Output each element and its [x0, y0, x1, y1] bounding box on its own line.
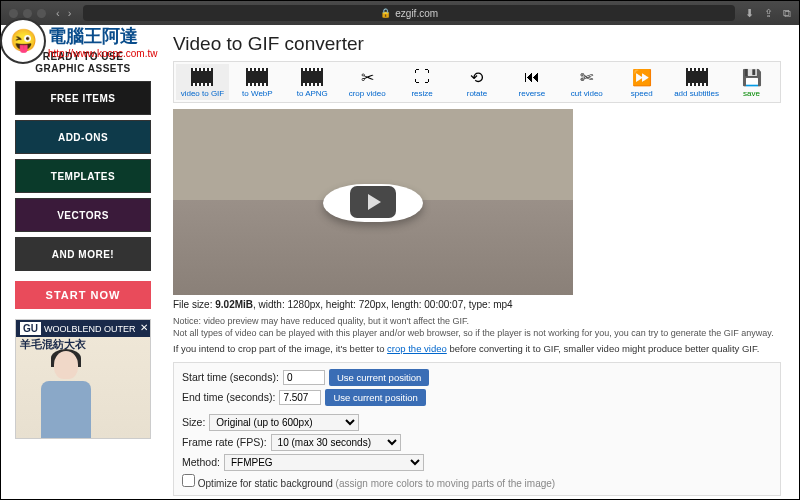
watermark-url: http://www.kocpc.com.tw [48, 48, 157, 59]
tab-crop[interactable]: ✂crop video [341, 64, 394, 100]
tab-reverse[interactable]: ⏮reverse [505, 64, 558, 100]
film-icon [245, 66, 269, 88]
optimize-checkbox[interactable] [182, 474, 195, 487]
tab-save[interactable]: 💾save [725, 64, 778, 100]
use-position-start-button[interactable]: Use current position [329, 369, 429, 386]
use-position-end-button[interactable]: Use current position [325, 389, 425, 406]
end-time-input[interactable] [279, 390, 321, 405]
tab-cut[interactable]: ✄cut video [560, 64, 613, 100]
watermark: 😜 電腦王阿達 http://www.kocpc.com.tw [0, 18, 157, 64]
window-controls[interactable] [9, 9, 46, 18]
crop-icon: ✂ [355, 66, 379, 88]
end-time-label: End time (seconds): [182, 391, 275, 403]
sidebar-item-more[interactable]: AND MORE! [15, 237, 151, 271]
optimize-hint: (assign more colors to moving parts of t… [333, 478, 555, 489]
sidebar-item-templates[interactable]: TEMPLATES [15, 159, 151, 193]
speed-icon: ⏩ [630, 66, 654, 88]
film-icon [685, 66, 709, 88]
sidebar: READY TO USE GRAPHIC ASSETS FREE ITEMS A… [1, 25, 165, 499]
watermark-title: 電腦王阿達 [48, 24, 157, 48]
sidebar-item-free[interactable]: FREE ITEMS [15, 81, 151, 115]
tip-text: If you intend to crop part of the image,… [173, 343, 781, 355]
play-icon [368, 194, 381, 210]
file-info: File size: 9.02MiB, width: 1280px, heigh… [173, 299, 781, 310]
notice-text: Notice: video preview may have reduced q… [173, 316, 781, 339]
ad-model-icon [36, 353, 96, 438]
ad-text-en: WOOLBLEND OUTER [44, 324, 136, 334]
size-label: Size: [182, 416, 205, 428]
tab-speed[interactable]: ⏩speed [615, 64, 668, 100]
tab-to-webp[interactable]: to WebP [231, 64, 284, 100]
toolbar: video to GIF to WebP to APNG ✂crop video… [173, 61, 781, 103]
url-text: ezgif.com [395, 8, 438, 19]
tab-resize[interactable]: ⛶resize [396, 64, 449, 100]
ad-banner[interactable]: GU WOOLBLEND OUTER 羊毛混紡大衣 ✕ [15, 319, 151, 439]
conversion-form: Start time (seconds): Use current positi… [173, 362, 781, 496]
rotate-icon: ⟲ [465, 66, 489, 88]
lock-icon: 🔒 [380, 8, 391, 18]
sidebar-item-vectors[interactable]: VECTORS [15, 198, 151, 232]
method-select[interactable]: FFMPEG [224, 454, 424, 471]
ad-text-cn: 羊毛混紡大衣 [16, 337, 150, 352]
tab-rotate[interactable]: ⟲rotate [451, 64, 504, 100]
watermark-avatar-icon: 😜 [0, 18, 46, 64]
crop-video-link[interactable]: crop the video [387, 343, 447, 354]
resize-icon: ⛶ [410, 66, 434, 88]
ad-brand: GU [20, 322, 41, 335]
play-button[interactable] [350, 186, 396, 218]
video-preview[interactable] [173, 109, 573, 295]
fps-select[interactable]: 10 (max 30 seconds) [271, 434, 401, 451]
tab-subtitles[interactable]: add subtitles [670, 64, 723, 100]
share-icon[interactable]: ⇪ [764, 7, 773, 20]
download-icon[interactable]: ⬇ [745, 7, 754, 20]
optimize-label: Optimize for static background [198, 478, 333, 489]
tab-video-to-gif[interactable]: video to GIF [176, 64, 229, 100]
scissors-icon: ✄ [575, 66, 599, 88]
tab-to-apng[interactable]: to APNG [286, 64, 339, 100]
page-title: Video to GIF converter [173, 33, 781, 55]
main-content: Video to GIF converter video to GIF to W… [165, 25, 799, 499]
start-time-label: Start time (seconds): [182, 371, 279, 383]
size-select[interactable]: Original (up to 600px) [209, 414, 359, 431]
reverse-icon: ⏮ [520, 66, 544, 88]
address-bar[interactable]: 🔒ezgif.com [83, 5, 735, 21]
film-icon [190, 66, 214, 88]
start-time-input[interactable] [283, 370, 325, 385]
sidebar-item-addons[interactable]: ADD-ONS [15, 120, 151, 154]
tabs-icon[interactable]: ⧉ [783, 7, 791, 20]
ad-close-icon[interactable]: ✕ [140, 322, 148, 333]
method-label: Method: [182, 456, 220, 468]
save-icon: 💾 [740, 66, 764, 88]
film-icon [300, 66, 324, 88]
start-now-button[interactable]: START NOW [15, 281, 151, 309]
fps-label: Frame rate (FPS): [182, 436, 267, 448]
